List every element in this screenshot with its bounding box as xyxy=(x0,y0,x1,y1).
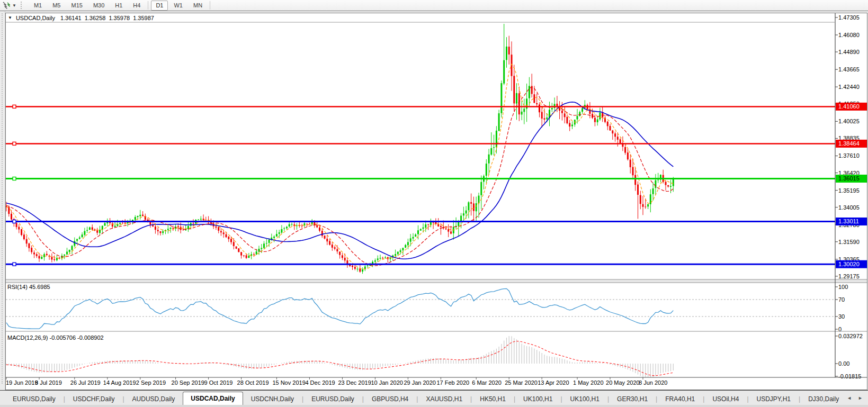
tab-fra40-h1[interactable]: FRA40,H1 xyxy=(657,393,703,405)
svg-text:1.47305: 1.47305 xyxy=(838,14,860,21)
svg-text:13 Apr 2020: 13 Apr 2020 xyxy=(538,379,569,386)
tab-usdchf-daily[interactable]: USDCHF,Daily xyxy=(65,393,123,405)
macd-label: MACD(12,26,9) -0.005706 -0.008902 xyxy=(7,334,104,341)
tab-usdcnh-daily[interactable]: USDCNH,Daily xyxy=(243,393,302,405)
svg-text:23 Dec 2019: 23 Dec 2019 xyxy=(338,379,371,386)
chart-tab-bar: EURUSD,Daily|USDCHF,Daily|AUDUSD,DailyUS… xyxy=(0,390,868,405)
timeframe-button-m5[interactable]: M5 xyxy=(48,1,65,11)
svg-text:19 Jun 2019: 19 Jun 2019 xyxy=(6,379,38,386)
svg-text:29 Jan 2020: 29 Jan 2020 xyxy=(404,379,436,386)
ohlc-low: 1.35978 xyxy=(109,15,130,21)
svg-text:8 Jul 2019: 8 Jul 2019 xyxy=(35,379,62,386)
tab-audusd-daily[interactable]: AUDUSD,Daily xyxy=(124,393,183,405)
tab-scroll-left-icon[interactable]: ◄ xyxy=(847,395,852,401)
tab-scroll-right-icon[interactable]: ► xyxy=(858,395,863,401)
svg-text:9 Oct 2019: 9 Oct 2019 xyxy=(204,379,233,386)
timeframe-button-m1[interactable]: M1 xyxy=(29,1,47,11)
svg-text:2 Sep 2019: 2 Sep 2019 xyxy=(136,379,166,386)
tab-eurusd-daily[interactable]: EURUSD,Daily xyxy=(5,393,64,405)
chart-symbol-title: USDCAD,Daily xyxy=(16,15,55,21)
tab-dj30-daily[interactable]: DJ30,Daily xyxy=(800,393,847,405)
hline-handle xyxy=(13,220,16,223)
svg-text:-0.01815: -0.01815 xyxy=(838,373,861,379)
svg-text:15 Nov 2019: 15 Nov 2019 xyxy=(272,379,305,386)
collapse-chart-icon[interactable]: ▼ xyxy=(8,15,12,20)
timeframe-button-mn[interactable]: MN xyxy=(189,1,207,11)
tab-usdjpy-h1[interactable]: USDJPY,H1 xyxy=(749,393,799,405)
tab-uk100-h1[interactable]: UK100,H1 xyxy=(515,393,560,405)
timeframe-button-d1[interactable]: D1 xyxy=(151,1,168,11)
chart-title-bar[interactable]: ▼ USDCAD,Daily 1.36141 1.36258 1.35978 1… xyxy=(6,14,832,22)
svg-text:28 Oct 2019: 28 Oct 2019 xyxy=(237,379,269,386)
tab-usdcad-daily[interactable]: USDCAD,Daily xyxy=(183,392,243,405)
toolbar-separator xyxy=(148,1,148,10)
dock-grip[interactable] xyxy=(2,13,4,384)
svg-text:1.34005: 1.34005 xyxy=(838,204,860,211)
svg-text:1.31590: 1.31590 xyxy=(838,239,860,245)
svg-text:0.032972: 0.032972 xyxy=(838,333,863,339)
tab-eurusd-daily[interactable]: EURUSD,Daily xyxy=(303,393,362,405)
left-dock-gutter xyxy=(0,11,5,390)
timeframe-toolbar: ▼ M1M5M15M30H1H4D1W1MN xyxy=(0,0,868,11)
svg-text:4 Dec 2019: 4 Dec 2019 xyxy=(305,379,335,386)
svg-text:1.29175: 1.29175 xyxy=(838,273,860,279)
tab-usoil-h4[interactable]: USOil,H4 xyxy=(704,393,747,405)
timeframe-button-m15[interactable]: M15 xyxy=(66,1,87,11)
svg-text:30: 30 xyxy=(838,313,845,320)
chart-tools-caret-icon[interactable]: ▼ xyxy=(12,3,16,8)
timeframe-button-h4[interactable]: H4 xyxy=(128,1,145,11)
svg-text:1.40025: 1.40025 xyxy=(838,118,860,124)
hline-handle xyxy=(13,263,16,266)
svg-text:1.30020: 1.30020 xyxy=(838,261,860,267)
panel-splitter[interactable] xyxy=(5,279,867,283)
ohlc-open: 1.36141 xyxy=(60,15,82,21)
svg-text:1.46080: 1.46080 xyxy=(838,32,860,38)
chart-svg[interactable]: 1.473051.460801.448901.436651.424401.412… xyxy=(5,13,867,390)
timeframe-button-h1[interactable]: H1 xyxy=(110,1,127,11)
timeframe-button-m30[interactable]: M30 xyxy=(88,1,109,11)
svg-text:6 Mar 2020: 6 Mar 2020 xyxy=(472,379,502,386)
tab-ger30-h1[interactable]: GER30,H1 xyxy=(609,393,656,405)
tab-xauusd-h1[interactable]: XAUUSD,H1 xyxy=(418,393,470,405)
svg-text:14 Aug 2019: 14 Aug 2019 xyxy=(103,379,136,386)
toolbar-grip[interactable] xyxy=(21,2,25,9)
rsi-label: RSI(14) 45.6985 xyxy=(7,284,50,290)
svg-text:1 May 2020: 1 May 2020 xyxy=(573,379,603,386)
tab-uk100-h1[interactable]: UK100,H1 xyxy=(562,393,607,405)
svg-text:20 Sep 2019: 20 Sep 2019 xyxy=(172,379,204,386)
indicator-arrows-icon[interactable] xyxy=(2,1,11,10)
tab-hk50-h1[interactable]: HK50,H1 xyxy=(472,393,514,405)
svg-text:1.43665: 1.43665 xyxy=(838,66,860,73)
window-bottom-edge xyxy=(0,405,868,407)
svg-text:26 Jul 2019: 26 Jul 2019 xyxy=(70,379,101,386)
svg-text:1.37610: 1.37610 xyxy=(838,152,860,159)
ohlc-close: 1.35987 xyxy=(133,15,154,21)
timeframe-button-w1[interactable]: W1 xyxy=(169,1,187,11)
hline-handle xyxy=(13,177,16,180)
svg-text:1.44890: 1.44890 xyxy=(838,49,860,55)
svg-text:25 Mar 2020: 25 Mar 2020 xyxy=(505,379,538,386)
svg-text:17 Feb 2020: 17 Feb 2020 xyxy=(436,379,469,386)
hline-handle xyxy=(13,105,16,108)
svg-text:1.36015: 1.36015 xyxy=(838,175,860,182)
svg-text:1.42440: 1.42440 xyxy=(838,84,860,90)
toolbar-separator xyxy=(210,1,210,10)
svg-text:20 May 2020: 20 May 2020 xyxy=(606,379,640,386)
tab-scroll-arrows: ◄ ► xyxy=(847,395,863,401)
svg-text:100: 100 xyxy=(838,284,848,290)
svg-text:1.35195: 1.35195 xyxy=(838,187,860,194)
svg-text:0.00: 0.00 xyxy=(838,360,849,367)
mt4-terminal: { "toolbar": { "chart_tools_icon": "indi… xyxy=(0,0,868,407)
svg-text:8 Jun 2020: 8 Jun 2020 xyxy=(639,379,667,386)
tab-bar-lead xyxy=(0,391,5,405)
svg-text:1.33011: 1.33011 xyxy=(838,218,859,224)
svg-text:10 Jan 2020: 10 Jan 2020 xyxy=(371,379,403,386)
hline-handle xyxy=(13,142,16,145)
svg-text:1.38464: 1.38464 xyxy=(838,140,860,147)
tab-gbpusd-h4[interactable]: GBPUSD,H4 xyxy=(364,393,416,405)
ohlc-high: 1.36258 xyxy=(85,15,106,21)
svg-text:1.41060: 1.41060 xyxy=(838,103,860,110)
chart-window[interactable]: 1.473051.460801.448901.436651.424401.412… xyxy=(5,13,867,390)
svg-text:70: 70 xyxy=(838,296,845,303)
